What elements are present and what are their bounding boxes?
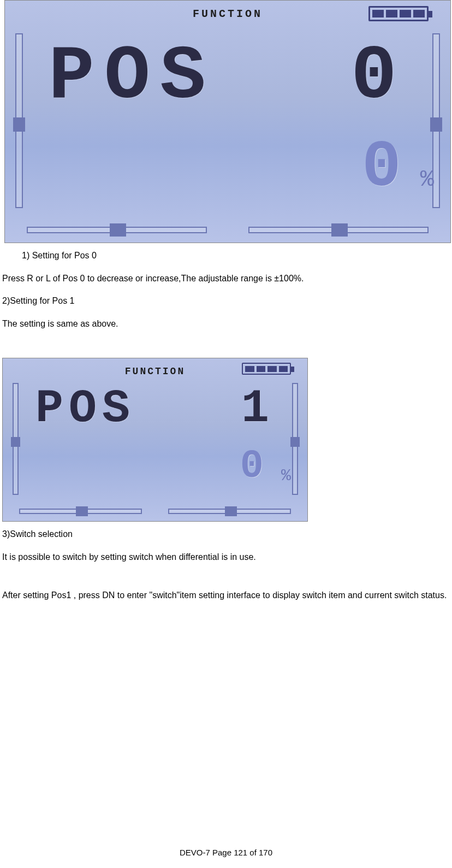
battery-icon — [368, 6, 429, 21]
right-horizontal-trim — [168, 506, 291, 517]
lcd-main-row: POS 0 — [49, 39, 407, 115]
lcd-main-value: 0 — [351, 39, 407, 115]
step3-body: It is possible to switch by setting swit… — [2, 545, 450, 568]
lcd-title: FUNCTION — [193, 7, 263, 21]
left-horizontal-trim — [27, 223, 207, 237]
step3-title: 3)Switch selection — [2, 522, 450, 545]
step1-title: 1) Setting for Pos 0 — [2, 243, 450, 266]
lcd-main-label: POS — [49, 39, 216, 115]
lcd-main-value: 1 — [241, 386, 275, 432]
page-footer: DEVO-7 Page 121 of 170 — [0, 847, 452, 858]
lcd-main-label: POS — [35, 386, 135, 432]
lcd-title: FUNCTION — [125, 365, 185, 378]
battery-icon — [242, 363, 291, 375]
left-horizontal-trim — [19, 506, 142, 517]
right-horizontal-trim — [248, 223, 429, 237]
step3-body2: After setting Pos1 , press DN to enter "… — [2, 583, 450, 606]
lcd-sub-value: 0 — [240, 440, 264, 493]
step2-title: 2)Setting for Pos 1 — [2, 288, 450, 311]
lcd-main-row: POS 1 — [35, 386, 275, 432]
step1-body: Press R or L of Pos 0 to decrease or inc… — [2, 266, 450, 289]
left-vertical-trim — [11, 33, 27, 208]
percent-icon: % — [281, 465, 291, 487]
lcd-screenshot-pos1: FUNCTION POS 1 0 % — [2, 358, 308, 522]
left-vertical-trim — [9, 383, 21, 495]
percent-icon: % — [420, 164, 434, 196]
lcd-screenshot-pos0: FUNCTION POS 0 0 % — [4, 0, 451, 243]
step2-body: The setting is same as above. — [2, 311, 450, 334]
lcd-sub-value: 0 — [362, 123, 401, 212]
